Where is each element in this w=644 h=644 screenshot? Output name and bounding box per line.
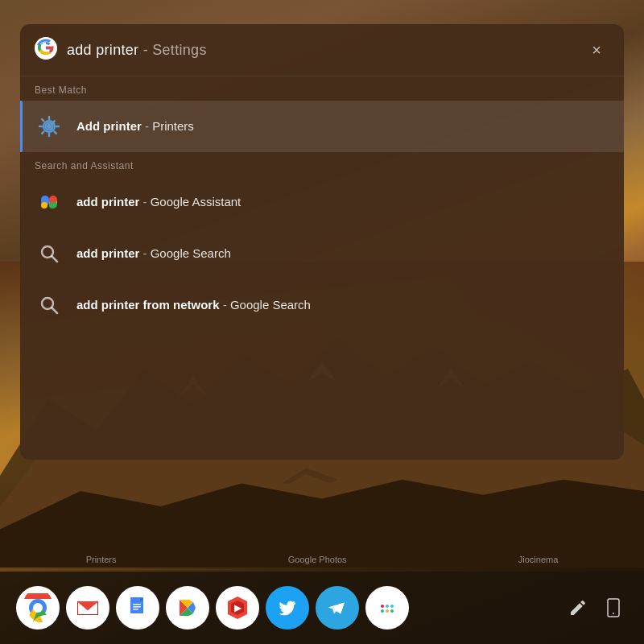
- dock-icon-play[interactable]: [166, 586, 209, 630]
- search-icon: [35, 239, 64, 268]
- dock-icon-twitter[interactable]: [266, 586, 309, 630]
- result-item-add-printer-settings[interactable]: Add printer - Printers: [20, 101, 624, 152]
- svg-rect-36: [133, 604, 141, 605]
- result-text-add-printer-assistant: add printer - Google Assistant: [76, 194, 609, 210]
- result-text-add-printer-search: add printer - Google Search: [76, 246, 609, 262]
- result-bold-text: Add printer: [76, 119, 142, 133]
- dock-icon-chrome[interactable]: [16, 586, 60, 630]
- section-label-best-match: Best Match: [20, 76, 624, 101]
- result-separator: -: [142, 119, 152, 133]
- shelf-label-photos: Google Photos: [288, 555, 347, 564]
- svg-line-25: [52, 308, 58, 314]
- result-item-add-printer-search[interactable]: add printer - Google Search: [20, 228, 624, 279]
- dock-icon-gmail[interactable]: [66, 586, 109, 630]
- result-bold-text: add printer from network: [76, 298, 220, 312]
- search-dialog: add printer - Settings × Best Match Add …: [20, 24, 624, 460]
- dock-icon-telegram[interactable]: [316, 586, 359, 630]
- svg-point-20: [41, 202, 47, 208]
- stylus-icon[interactable]: [564, 593, 592, 622]
- close-button[interactable]: ×: [584, 37, 609, 63]
- svg-rect-52: [390, 609, 394, 613]
- svg-rect-32: [77, 614, 98, 615]
- query-main-text: add printer: [67, 42, 138, 58]
- result-normal-text: Google Search: [230, 298, 311, 312]
- gear-icon: [35, 112, 64, 141]
- result-normal-text: Google Search: [151, 246, 231, 260]
- result-normal-text: Printers: [152, 119, 194, 133]
- search-query-display: add printer - Settings: [67, 42, 574, 59]
- result-item-add-printer-assistant[interactable]: add printer - Google Assistant: [20, 176, 624, 228]
- result-normal-text: Google Assistant: [151, 195, 242, 208]
- google-assistant-icon: [35, 188, 64, 217]
- svg-point-11: [47, 124, 52, 129]
- svg-rect-38: [133, 609, 138, 610]
- dock-icon-slack[interactable]: [365, 586, 409, 630]
- svg-rect-47: [381, 605, 384, 608]
- shelf-items: Printers Google Photos Jiocinema: [0, 547, 644, 572]
- result-bold-text: add printer: [76, 195, 139, 208]
- query-suffix-text: - Settings: [138, 42, 206, 58]
- shelf-label-printers: Printers: [86, 555, 117, 564]
- result-item-add-printer-network[interactable]: add printer from network - Google Search: [20, 279, 624, 331]
- result-separator: -: [139, 195, 150, 208]
- phone-icon[interactable]: [599, 593, 628, 622]
- taskbar: ▶: [0, 572, 644, 644]
- search-icon-2: [35, 291, 64, 320]
- svg-point-28: [33, 603, 43, 613]
- result-text-add-printer-settings: Add printer - Printers: [76, 118, 609, 134]
- svg-rect-49: [381, 609, 384, 613]
- search-header: add printer - Settings ×: [20, 24, 624, 76]
- section-label-search-assistant: Search and Assistant: [20, 152, 624, 176]
- result-bold-text: add printer: [76, 246, 139, 260]
- svg-rect-37: [133, 606, 141, 608]
- result-separator: -: [220, 298, 230, 312]
- result-text-add-printer-network: add printer from network - Google Search: [76, 297, 609, 313]
- dock-icon-octane[interactable]: ▶: [216, 586, 259, 630]
- result-separator: -: [139, 246, 150, 260]
- svg-rect-51: [390, 605, 394, 608]
- svg-point-54: [613, 613, 614, 614]
- google-icon: [35, 37, 57, 63]
- shelf-label-jiocinema: Jiocinema: [518, 555, 559, 564]
- svg-point-21: [49, 202, 56, 208]
- svg-rect-50: [386, 609, 389, 613]
- svg-rect-48: [386, 605, 389, 608]
- svg-line-23: [52, 257, 58, 262]
- dock-icon-docs[interactable]: [116, 586, 159, 630]
- dialog-empty-space: [20, 331, 624, 460]
